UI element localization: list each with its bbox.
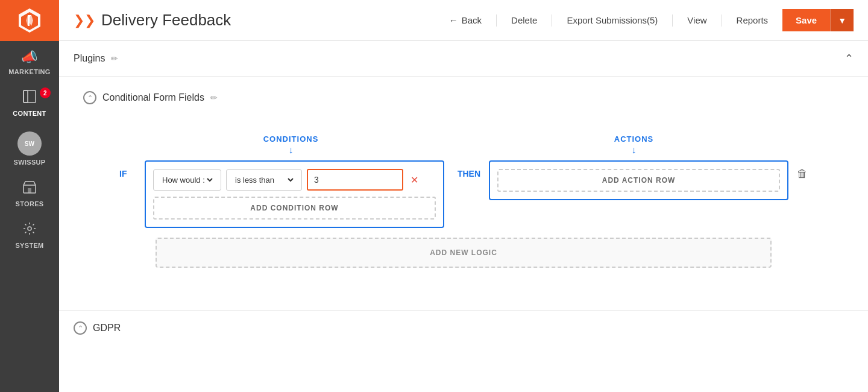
sidebar-item-swissup-label: SWISSUP [14, 159, 46, 166]
topbar: ❯❯ Delivery Feedback ← Back Delete Expor… [59, 0, 868, 41]
chevron-down-icon: ▼ [838, 16, 846, 25]
content-area: Plugins ✏ ⌃ ⌃ Conditional Form Fields ✏ [59, 41, 868, 392]
conditions-arrow-icon: ↓ [289, 145, 294, 156]
system-icon [23, 222, 36, 239]
sidebar-item-marketing[interactable]: 📣 MARKETING [0, 41, 59, 81]
svg-rect-7 [24, 90, 28, 103]
divider [722, 14, 722, 27]
sidebar-item-stores[interactable]: STORES [0, 172, 59, 213]
add-condition-row-button[interactable]: ADD CONDITION ROW [153, 197, 436, 220]
sidebar-item-content-label: CONTENT [13, 110, 46, 117]
remove-condition-button[interactable]: ✕ [408, 172, 421, 188]
gdpr-section: ⌃ GDPR [59, 310, 868, 346]
breadcrumb: ❯❯ Delivery Feedback [74, 11, 449, 30]
conditional-form-fields-title: Conditional Form Fields [102, 92, 204, 103]
actions-label: ACTIONS [614, 134, 654, 144]
breadcrumb-dots: ❯❯ [74, 13, 95, 28]
conditions-box: How would : Rating Comment is less than … [145, 160, 444, 228]
page-title: Delivery Feedback [101, 11, 231, 30]
actions-arrow-icon: ↓ [632, 145, 637, 156]
content-icon [23, 90, 36, 107]
condition-row: How would : Rating Comment is less than … [153, 169, 436, 191]
sidebar: 📣 MARKETING CONTENT 2 SW SWISSUP STORES [0, 0, 59, 392]
sidebar-item-swissup[interactable]: SW SWISSUP [0, 123, 59, 172]
add-logic-area: ADD NEW LOGIC [156, 238, 772, 268]
sidebar-item-system-label: SYSTEM [15, 242, 43, 249]
chevron-up-icon: ⌃ [844, 52, 854, 65]
reports-button[interactable]: Reports [737, 13, 769, 28]
conditional-header: ⌃ Conditional Form Fields ✏ [83, 91, 844, 104]
conditions-label: CONDITIONS [263, 134, 319, 144]
svg-point-10 [28, 227, 31, 230]
close-icon: ✕ [410, 175, 418, 185]
save-button[interactable]: Save [782, 9, 830, 31]
plugins-section-header: Plugins ✏ ⌃ [59, 41, 868, 77]
if-label: IF [119, 160, 136, 179]
main-area: ❯❯ Delivery Feedback ← Back Delete Expor… [59, 0, 868, 392]
plugin-content: ⌃ Conditional Form Fields ✏ CONDITIONS ↓… [59, 77, 868, 310]
logic-rule-row: IF How would : Rating Comment [119, 160, 808, 228]
sidebar-item-stores-label: STORES [16, 200, 44, 207]
conditional-collapse-button[interactable]: ⌃ [83, 91, 96, 104]
content-badge: 2 [40, 87, 51, 98]
then-label: THEN [453, 160, 480, 179]
divider [552, 14, 552, 27]
svg-rect-6 [24, 90, 36, 103]
condition-value-input[interactable] [307, 169, 403, 191]
magento-logo[interactable] [0, 0, 59, 41]
gdpr-title: GDPR [93, 323, 121, 334]
back-arrow-icon: ← [449, 15, 458, 25]
stores-icon [23, 180, 36, 197]
back-button[interactable]: ← Back [449, 13, 482, 28]
swissup-icon: SW [17, 131, 42, 156]
marketing-icon: 📣 [21, 49, 37, 65]
sidebar-item-system[interactable]: SYSTEM [0, 213, 59, 255]
save-dropdown-button[interactable]: ▼ [830, 9, 854, 31]
plugins-title-row: Plugins ✏ [74, 53, 118, 64]
condition-field-dropdown[interactable]: How would : Rating Comment [160, 175, 215, 185]
actions-column-header: ACTIONS ↓ [479, 134, 788, 156]
col-headers: CONDITIONS ↓ ACTIONS ↓ [119, 134, 808, 156]
divider [672, 14, 673, 27]
gdpr-collapse-button[interactable]: ⌃ [74, 321, 87, 335]
add-action-row-button[interactable]: ADD ACTION ROW [497, 169, 780, 192]
add-new-logic-button[interactable]: ADD NEW LOGIC [156, 238, 772, 268]
plugins-collapse-button[interactable]: ⌃ [844, 52, 854, 65]
trash-icon: 🗑 [797, 168, 808, 180]
export-button[interactable]: Export Submissions(5) [567, 13, 658, 28]
delete-rule-button[interactable]: 🗑 [797, 160, 808, 180]
actions-box: ADD ACTION ROW [489, 160, 788, 200]
delete-button[interactable]: Delete [511, 13, 537, 28]
conditional-edit-icon[interactable]: ✏ [210, 93, 218, 103]
svg-rect-9 [28, 188, 31, 193]
view-button[interactable]: View [687, 13, 706, 28]
logic-area: CONDITIONS ↓ ACTIONS ↓ IF [83, 122, 844, 286]
plugins-edit-icon[interactable]: ✏ [111, 54, 118, 63]
save-btn-group: Save ▼ [782, 9, 854, 31]
plugins-title: Plugins [74, 53, 105, 64]
topbar-actions: ← Back Delete Export Submissions(5) View… [449, 9, 854, 31]
condition-operator-dropdown[interactable]: is less than is greater than is equal to… [233, 175, 295, 185]
sidebar-item-content[interactable]: CONTENT 2 [0, 81, 59, 123]
conditions-column-header: CONDITIONS ↓ [136, 134, 445, 156]
condition-operator-select[interactable]: is less than is greater than is equal to… [226, 169, 302, 191]
condition-field-select[interactable]: How would : Rating Comment [153, 169, 221, 191]
sidebar-item-marketing-label: MARKETING [8, 68, 50, 75]
divider [496, 14, 497, 27]
